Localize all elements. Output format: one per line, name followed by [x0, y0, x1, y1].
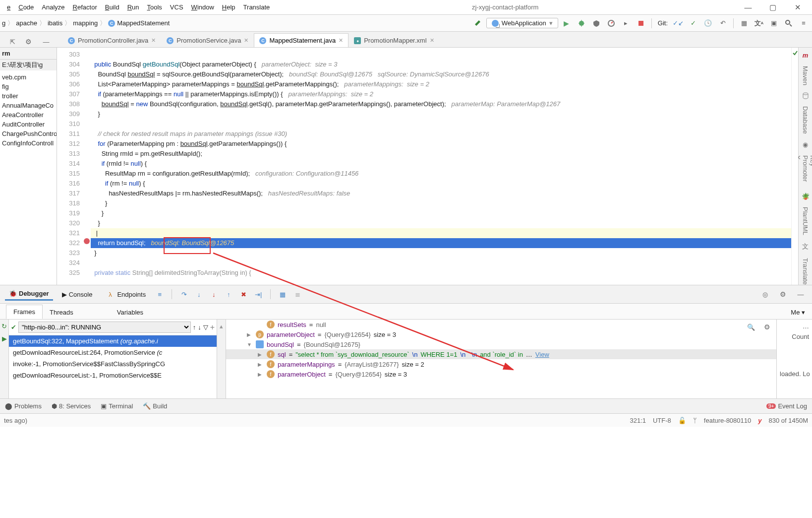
close-tab-icon[interactable]: ✕	[244, 37, 248, 44]
tree-node[interactable]: fig	[0, 82, 57, 91]
frame-item[interactable]: getDownloadResourceList:-1, PromotionSer…	[9, 370, 217, 381]
run-button[interactable]: ▶	[561, 18, 572, 29]
translate-tool-icon[interactable]: 文	[802, 242, 809, 251]
threads-subtab[interactable]: Threads	[43, 306, 80, 319]
breadcrumb[interactable]: g〉apache〉ibatis〉mapping〉C MappedStatemen…	[2, 19, 170, 28]
menu-code[interactable]: Code	[14, 2, 38, 12]
minimize-button[interactable]: —	[737, 3, 759, 11]
git-history-icon[interactable]: 🕓	[702, 18, 713, 29]
variable-row[interactable]: f resultSets = null	[226, 320, 776, 329]
search-icon[interactable]	[783, 18, 794, 29]
frame-item[interactable]: getDownloadResourceList:264, PromotionSe…	[9, 347, 217, 358]
menu-analyze[interactable]: Analyze	[38, 2, 68, 12]
editor-tab[interactable]: ⬥ PromotionMapper.xml ✕	[348, 33, 439, 47]
plantuml-label[interactable]: PlantUML	[802, 207, 809, 235]
resume-icon[interactable]: ▶	[2, 335, 7, 342]
menu-e[interactable]: e	[3, 2, 14, 12]
prev-frame-icon[interactable]: ↑	[193, 324, 196, 331]
build-tab[interactable]: 🔨 Build	[138, 400, 172, 412]
debugger-tab[interactable]: 🐞 Debugger	[5, 288, 53, 301]
editor-tab[interactable]: C PromotionService.java ✕	[161, 33, 254, 47]
menu-build[interactable]: Build	[101, 2, 123, 12]
memory-toggle[interactable]: Me ▾	[784, 306, 812, 319]
status-encoding[interactable]: UTF-8	[653, 417, 671, 424]
evaluate-icon[interactable]: ▦	[278, 289, 288, 299]
menu-vcs[interactable]: VCS	[166, 2, 187, 12]
rerun-icon[interactable]: ↻	[1, 323, 7, 330]
menu-tools[interactable]: Tools	[143, 2, 166, 12]
breadcrumb-item[interactable]: mapping	[73, 19, 98, 27]
event-log-tab[interactable]: 9+ Event Log	[761, 400, 812, 412]
trace-icon[interactable]: ≣	[292, 289, 302, 299]
breadcrumb-item[interactable]: C MappedStatement	[108, 19, 170, 27]
drop-frame-icon[interactable]: ✖	[238, 289, 248, 299]
next-frame-icon[interactable]: ↓	[198, 324, 201, 331]
tree-node[interactable]: AuditController	[0, 120, 57, 129]
problems-tab[interactable]: ⬤ Problems	[0, 400, 47, 412]
menu-refactor[interactable]: Refactor	[69, 2, 101, 12]
endpoints-tab[interactable]: λEndpoints	[101, 287, 150, 301]
tree-node[interactable]: AnnualManageCo	[0, 101, 57, 110]
project-toggle-icon[interactable]: ⇱	[7, 36, 18, 47]
debug-button[interactable]	[576, 18, 587, 29]
editor-tab[interactable]: C PromotionController.java ✕	[62, 33, 161, 47]
status-branch[interactable]: feature-8080110	[704, 417, 751, 424]
frame-item[interactable]: invoke:-1, PromotionService$$FastClassBy…	[9, 358, 217, 370]
breadcrumb-item[interactable]: apache	[16, 19, 37, 27]
breakpoint-icon[interactable]	[84, 238, 90, 244]
step-over-icon[interactable]: ↷	[179, 289, 189, 299]
plantuml-icon[interactable]: 🪴	[802, 193, 810, 200]
tree-node[interactable]: veb.cpm	[0, 72, 57, 82]
close-button[interactable]: ✕	[786, 3, 809, 12]
tree-node[interactable]: AreaController	[0, 110, 57, 120]
menu-window[interactable]: Window	[187, 2, 218, 12]
variable-list[interactable]: f resultSets = null▶p parameterObject = …	[226, 320, 776, 398]
status-caret-pos[interactable]: 321:1	[630, 417, 646, 424]
coverage-button[interactable]	[591, 18, 602, 29]
editor-tab[interactable]: C MappedStatement.java ✕	[254, 33, 348, 47]
frame-item[interactable]: getBoundSql:322, MappedStatement (org.ap…	[9, 335, 217, 347]
status-memory[interactable]: 830 of 1450M	[768, 417, 808, 424]
run-to-cursor-icon[interactable]: ⇥|	[253, 289, 263, 299]
filter-frames-icon[interactable]: ▽	[203, 324, 208, 331]
variable-row[interactable]: ▶f parameterMappings = {ArrayList@12677}…	[226, 359, 776, 369]
variable-row[interactable]: ▶p parameterObject = {Query@12654} size …	[226, 329, 776, 339]
breadcrumb-item[interactable]: ibatis	[48, 19, 62, 27]
variable-row[interactable]: ▶f sql = "select * from `sys_download_re…	[226, 349, 776, 359]
maximize-button[interactable]: ▢	[761, 3, 784, 12]
frames-subtab[interactable]: Frames	[6, 305, 43, 319]
run-configuration[interactable]: WebApplication ▾	[486, 18, 558, 28]
project-tree[interactable]: rm E:\研发\项目\g veb.cpmfigtrollerAnnualMan…	[0, 48, 57, 285]
variable-row[interactable]: ▶f parameterObject = {Query@12654} size …	[226, 369, 776, 379]
toolbox-icon[interactable]: ▦	[739, 18, 750, 29]
layout-icon[interactable]: ◎	[759, 289, 770, 300]
tree-node[interactable]: ConfigInfoControll	[0, 138, 57, 148]
debug-settings-icon[interactable]: ⚙	[777, 289, 788, 300]
menu-help[interactable]: Help	[218, 2, 239, 12]
force-step-into-icon[interactable]: ↓	[209, 289, 219, 299]
translate-icon[interactable]: 文A	[754, 18, 764, 29]
close-tab-icon[interactable]: ✕	[151, 37, 156, 44]
terminal-tab[interactable]: ▣ Terminal	[96, 400, 138, 412]
attach-button[interactable]: ▸	[621, 18, 632, 29]
git-revert-icon[interactable]: ↶	[717, 18, 728, 29]
hide-icon[interactable]: —	[41, 36, 52, 47]
variable-row[interactable]: ▼ boundSql = {BoundSql@12675}	[226, 339, 776, 349]
git-commit-icon[interactable]: ✓	[688, 18, 698, 29]
var-settings-icon[interactable]: ⚙	[761, 322, 772, 332]
step-out-icon[interactable]: ↑	[224, 289, 233, 299]
breadcrumb-item[interactable]: g	[2, 19, 5, 27]
menu-translate[interactable]: Translate	[239, 2, 274, 12]
services-tab[interactable]: ⬢ 8: Services	[47, 400, 96, 412]
stop-button[interactable]	[636, 18, 646, 29]
git-update-icon[interactable]: ✓↙	[673, 18, 684, 29]
maven-tool-icon[interactable]: m	[803, 52, 809, 59]
frames-scrollbar[interactable]: ▴	[217, 320, 226, 398]
close-tab-icon[interactable]: ✕	[430, 37, 434, 44]
readonly-icon[interactable]: 🔓	[678, 417, 686, 424]
close-tab-icon[interactable]: ✕	[339, 37, 343, 44]
key-promoter-icon[interactable]: ◉	[803, 141, 808, 148]
step-into-icon[interactable]: ↓	[194, 289, 204, 299]
add-frame-icon[interactable]: +	[210, 323, 215, 332]
var-search-icon[interactable]: 🔍	[746, 322, 756, 332]
